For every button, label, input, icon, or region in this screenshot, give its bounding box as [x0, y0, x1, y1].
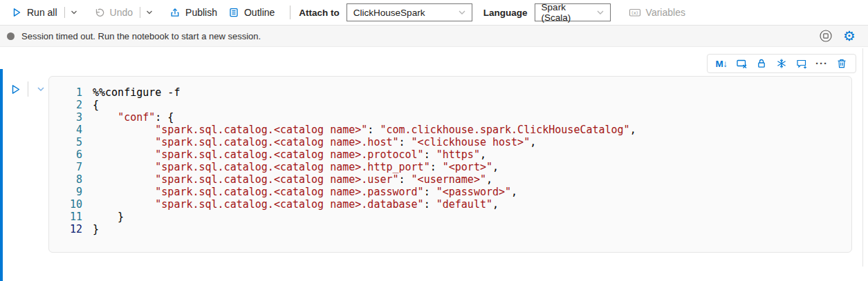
undo-button[interactable]: Undo	[89, 2, 138, 23]
code-line[interactable]: 3 "conf": {	[49, 111, 851, 124]
variables-button[interactable]: (x) Variables	[623, 2, 691, 23]
publish-label: Publish	[185, 7, 217, 18]
toolbar-divider	[290, 6, 290, 19]
variables-label: Variables	[646, 7, 685, 18]
line-number: 11	[49, 211, 82, 223]
add-comment-button[interactable]	[793, 55, 810, 72]
language-label: Language	[483, 8, 528, 18]
run-cell-dropdown-chevron[interactable]	[34, 81, 48, 97]
code-line[interactable]: 4 "spark.sql.catalog.<catalog name>": "c…	[49, 124, 851, 136]
language-dropdown[interactable]: Spark (Scala)	[535, 3, 611, 21]
code-line[interactable]: 10 "spark.sql.catalog.<catalog name>.dat…	[49, 198, 851, 211]
notebook-toolbar: Run all Undo Publish Outline Attach to C…	[0, 0, 868, 25]
line-number: 8	[49, 173, 82, 186]
chevron-down-icon	[595, 8, 605, 17]
toolbar-divider	[140, 7, 140, 18]
line-number: 4	[49, 124, 82, 136]
scrollbar-track[interactable]	[862, 48, 863, 267]
gear-icon: ⚙	[843, 29, 856, 43]
code-text: "conf": {	[82, 111, 174, 124]
code-text: "spark.sql.catalog.<catalog name>.databa…	[82, 198, 499, 211]
svg-text:(x): (x)	[631, 10, 638, 16]
code-lines: 1%%configure -f2{3 "conf": {4 "spark.sql…	[49, 86, 851, 235]
delete-cell-button[interactable]	[833, 55, 850, 72]
code-text: "spark.sql.catalog.<catalog name>.host":…	[82, 136, 536, 148]
run-all-icon	[11, 7, 22, 18]
line-number: 9	[49, 186, 82, 198]
attach-to-dropdown[interactable]: ClickHouseSpark	[347, 3, 472, 21]
toolbar-divider	[64, 7, 65, 18]
cell-toolbar: M↓ ···	[707, 54, 856, 73]
code-cell[interactable]: 1%%configure -f2{3 "conf": {4 "spark.sql…	[48, 76, 852, 253]
notebook-canvas: M↓ ···	[0, 47, 868, 281]
line-number: 2	[49, 99, 82, 111]
run-all-button[interactable]: Run all	[6, 2, 63, 23]
code-text: "spark.sql.catalog.<catalog name>.passwo…	[82, 186, 517, 198]
cell-run-controls	[8, 81, 48, 97]
trash-icon	[836, 58, 847, 69]
ellipsis-icon: ···	[815, 60, 828, 67]
session-status-bar: Session timed out. Run the notebook to s…	[0, 25, 868, 47]
stop-session-button[interactable]	[817, 27, 835, 45]
code-text: "spark.sql.catalog.<catalog name>.user":…	[82, 173, 492, 186]
session-status-message: Session timed out. Run the notebook to s…	[21, 31, 261, 41]
code-text: }	[82, 211, 124, 223]
snowflake-icon	[776, 58, 787, 69]
session-status-icon	[7, 32, 15, 40]
code-text: }	[82, 223, 99, 235]
clear-output-icon	[736, 58, 748, 70]
freeze-cell-button[interactable]	[773, 55, 790, 72]
chevron-down-icon	[457, 8, 467, 17]
outline-button[interactable]: Outline	[223, 2, 280, 23]
run-divider	[28, 81, 28, 97]
lock-cell-button[interactable]	[753, 55, 770, 72]
line-number: 1	[49, 86, 82, 99]
code-line[interactable]: 1%%configure -f	[49, 86, 851, 99]
lock-icon	[756, 58, 767, 69]
markdown-icon: M↓	[716, 59, 728, 69]
code-line[interactable]: 6 "spark.sql.catalog.<catalog name>.prot…	[49, 148, 851, 161]
attach-to-value: ClickHouseSpark	[353, 8, 425, 18]
undo-icon	[94, 7, 105, 18]
code-line[interactable]: 11 }	[49, 211, 851, 223]
code-line[interactable]: 5 "spark.sql.catalog.<catalog name>.host…	[49, 136, 851, 148]
line-number: 12	[49, 223, 82, 235]
undo-dropdown-chevron[interactable]	[142, 2, 157, 23]
line-number: 6	[49, 148, 82, 161]
cell-selection-indicator	[0, 69, 3, 281]
variables-icon: (x)	[629, 7, 641, 18]
code-line[interactable]: 8 "spark.sql.catalog.<catalog name>.user…	[49, 173, 851, 186]
run-cell-button[interactable]	[8, 81, 22, 97]
line-number: 7	[49, 161, 82, 173]
clear-output-button[interactable]	[733, 55, 750, 72]
code-line[interactable]: 7 "spark.sql.catalog.<catalog name>.http…	[49, 161, 851, 173]
code-line[interactable]: 9 "spark.sql.catalog.<catalog name>.pass…	[49, 186, 851, 198]
line-number: 5	[49, 136, 82, 148]
comment-add-icon	[796, 58, 808, 70]
code-text: "spark.sql.catalog.<catalog name>.protoc…	[82, 148, 486, 161]
code-line[interactable]: 12}	[49, 223, 851, 235]
undo-label: Undo	[110, 7, 133, 18]
publish-icon	[169, 7, 181, 18]
run-all-label: Run all	[27, 7, 57, 18]
language-value: Spark (Scala)	[542, 2, 595, 23]
code-text: "spark.sql.catalog.<catalog name>": "com…	[82, 124, 636, 136]
code-text: "spark.sql.catalog.<catalog name>.http_p…	[82, 161, 499, 173]
code-text: {	[82, 99, 99, 111]
run-all-dropdown-chevron[interactable]	[66, 2, 82, 23]
line-number: 3	[49, 111, 82, 124]
outline-icon	[228, 7, 239, 18]
outline-label: Outline	[244, 7, 275, 18]
session-settings-button[interactable]: ⚙	[840, 27, 858, 45]
code-line[interactable]: 2{	[49, 99, 851, 111]
publish-button[interactable]: Publish	[164, 2, 223, 23]
convert-to-markdown-button[interactable]: M↓	[713, 55, 730, 72]
more-actions-button[interactable]: ···	[813, 55, 830, 72]
line-number: 10	[49, 198, 82, 211]
attach-to-label: Attach to	[299, 8, 340, 18]
code-text: %%configure -f	[82, 86, 180, 99]
